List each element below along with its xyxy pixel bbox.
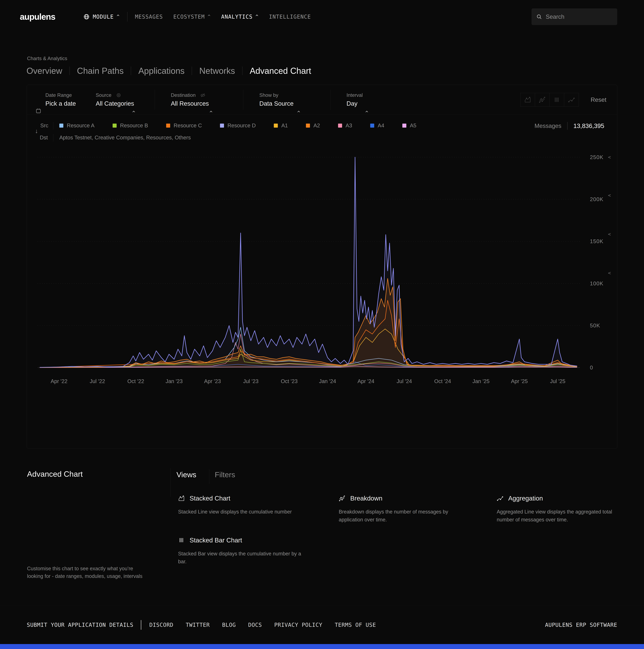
footer-link-twitter[interactable]: TWITTER: [186, 622, 210, 628]
legend-label: A1: [281, 123, 288, 129]
nav-ecosystem[interactable]: ECOSYSTEM ^: [173, 14, 211, 20]
series-fill-Resource D: [40, 157, 577, 368]
stacked-area-chart-button[interactable]: [520, 93, 535, 106]
chart-type-switcher: [520, 93, 579, 106]
card-breakdown[interactable]: Breakdown Breakdown displays the number …: [339, 494, 497, 524]
y-axis-label: 0: [590, 364, 619, 371]
date-range-value: Pick a date: [45, 100, 76, 107]
legend-label: Resource B: [120, 123, 148, 129]
y-axis-label: 150K: [590, 239, 619, 244]
legend-item[interactable]: A5: [402, 123, 416, 129]
x-axis-label: Apr '24: [354, 378, 378, 384]
x-axis-label: Jan '23: [162, 378, 186, 384]
legend-swatch: [370, 124, 374, 128]
interval-dropdown[interactable]: Interval Day ^: [331, 85, 387, 115]
date-range-picker[interactable]: Date Range Pick a date: [36, 85, 96, 115]
y-axis-scroll-chevron[interactable]: <: [608, 192, 616, 198]
card-stacked-chart[interactable]: Stacked Chart Stacked Line view displays…: [178, 494, 339, 524]
destination-dropdown[interactable]: Destination All Resources ^: [155, 85, 243, 115]
tab-chain-paths[interactable]: Chain Paths: [77, 66, 124, 76]
card-aggregation[interactable]: Aggregation Aggregated Line view display…: [497, 494, 617, 524]
footer: SUBMIT YOUR APPLICATION DETAILS DISCORDT…: [0, 605, 644, 644]
breakdown-chart-button[interactable]: [535, 93, 550, 106]
interval-label: Interval: [346, 92, 363, 98]
src-to-dst-arrow-icon: ↓: [35, 127, 38, 135]
y-axis-scroll-chevron[interactable]: <: [608, 155, 616, 160]
legend-swatch: [59, 124, 63, 128]
legend-label: Resource D: [227, 123, 256, 129]
footer-link-blog[interactable]: BLOG: [222, 622, 236, 628]
customise-note: Customise this chart to see exactly what…: [27, 565, 147, 580]
card-description: Aggregated Line view displays the aggreg…: [497, 508, 617, 524]
legend-item[interactable]: Resource D: [220, 123, 256, 129]
legend-label: Resource A: [67, 123, 94, 129]
source-value: All Categories: [96, 100, 134, 107]
filter-bar: Date Range Pick a date Source All Catego…: [27, 85, 617, 115]
x-axis-label: Oct '23: [277, 378, 301, 384]
aggregation-chart-button[interactable]: [564, 93, 579, 106]
chevron-up-icon: ^: [256, 14, 259, 19]
show-by-dropdown[interactable]: Show by Data Source ^: [243, 85, 330, 115]
tab-filters[interactable]: Filters: [215, 470, 235, 479]
x-axis-label: Jan '25: [469, 378, 493, 384]
legend-item[interactable]: Resource A: [59, 123, 94, 129]
cookie-banner-edge: [0, 644, 644, 649]
line-chart[interactable]: [38, 157, 580, 368]
chart-panel: Date Range Pick a date Source All Catego…: [27, 85, 617, 448]
y-axis-scroll-chevron[interactable]: <: [608, 231, 616, 237]
card-title: Stacked Chart: [189, 494, 230, 502]
legend-swatch: [166, 124, 170, 128]
legend-item[interactable]: A1: [274, 123, 288, 129]
card-title: Aggregation: [508, 494, 543, 502]
nav-analytics[interactable]: ANALYTICS ^: [221, 14, 259, 20]
footer-link-terms-of-use[interactable]: TERMS OF USE: [335, 622, 376, 628]
footer-link-docs[interactable]: DOCS: [248, 622, 262, 628]
y-axis-scroll-chevron[interactable]: <: [608, 270, 616, 276]
logo[interactable]: aupulens: [20, 12, 55, 22]
legend: Resource AResource BResource CResource D…: [59, 123, 434, 129]
chevron-up-icon: ^: [297, 110, 300, 116]
search-box[interactable]: [531, 8, 617, 25]
chevron-up-icon: ^: [210, 110, 212, 116]
tab-networks[interactable]: Networks: [199, 66, 235, 76]
tab-overview[interactable]: Overview: [27, 66, 62, 76]
x-axis-label: Apr '25: [507, 378, 531, 384]
nav-intelligence[interactable]: INTELLIGENCE: [269, 14, 311, 20]
nav-module[interactable]: MODULE ^: [93, 14, 120, 20]
tab-advanced-chart[interactable]: Advanced Chart: [250, 66, 311, 76]
calendar-icon: [36, 108, 41, 114]
footer-link-discord[interactable]: DISCORD: [149, 622, 173, 628]
eye-icon[interactable]: [116, 92, 121, 98]
reset-button[interactable]: Reset: [591, 96, 606, 103]
legend-dst-value: Aptos Testnet, Creative Companies, Resou…: [59, 135, 191, 141]
tab-applications[interactable]: Applications: [138, 66, 184, 76]
x-axis-label: Jul '24: [392, 378, 416, 384]
series-line-Resource D: [40, 157, 577, 367]
legend-item[interactable]: A4: [370, 123, 384, 129]
legend-item[interactable]: Resource C: [166, 123, 202, 129]
card-title: Stacked Bar Chart: [189, 536, 242, 544]
card-description: Stacked Bar view displays the cumulative…: [178, 550, 303, 566]
footer-brand: AUPULENS ERP SOFTWARE: [545, 622, 617, 628]
bars-icon: [178, 537, 185, 544]
eye-off-icon[interactable]: [200, 92, 206, 98]
footer-link-privacy-policy[interactable]: PRIVACY POLICY: [274, 622, 323, 628]
stacked-bar-chart-button[interactable]: [550, 93, 564, 106]
destination-value: All Resources: [171, 100, 209, 107]
legend-label: A3: [346, 123, 352, 129]
search-input[interactable]: [546, 13, 612, 20]
card-stacked-bar-chart[interactable]: Stacked Bar Chart Stacked Bar view displ…: [178, 536, 339, 566]
globe-icon: [83, 14, 90, 20]
x-axis-label: Jan '24: [315, 378, 340, 384]
legend-item[interactable]: A3: [338, 123, 352, 129]
aggregation-line-icon: [497, 495, 504, 502]
legend-swatch: [274, 124, 278, 128]
tab-views[interactable]: Views: [176, 470, 196, 479]
legend-item[interactable]: A2: [306, 123, 320, 129]
source-dropdown[interactable]: Source All Categories ^: [96, 85, 155, 115]
card-description: Breakdown displays the number of message…: [339, 508, 463, 524]
legend-item[interactable]: Resource B: [113, 123, 148, 129]
submit-application-link[interactable]: SUBMIT YOUR APPLICATION DETAILS: [27, 622, 133, 628]
nav-messages[interactable]: MESSAGES: [135, 14, 163, 20]
legend-label: A2: [313, 123, 320, 129]
